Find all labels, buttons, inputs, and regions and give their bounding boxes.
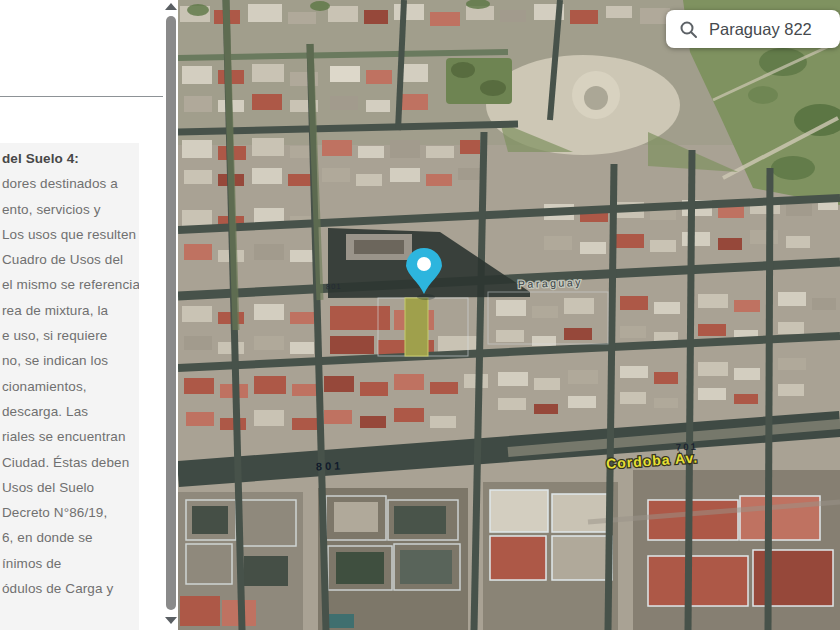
info-line: cionamientos, bbox=[2, 374, 139, 399]
info-line: Ciudad. Éstas deben bbox=[2, 450, 139, 475]
scroll-down-icon[interactable] bbox=[165, 617, 177, 624]
block-number-801-cordoba: 801 bbox=[316, 459, 344, 472]
search-icon bbox=[679, 20, 698, 39]
sidebar: del Suelo 4: dores destinados a ento, se… bbox=[0, 0, 163, 630]
info-line: ódulos de Carga y bbox=[2, 576, 139, 601]
info-line: rea de mixtura, la bbox=[2, 298, 139, 323]
info-line: dores destinados a bbox=[2, 171, 139, 196]
app-window: { "sidebar": { "info_title": "del Suelo … bbox=[0, 0, 840, 630]
land-use-info-panel: del Suelo 4: dores destinados a ento, se… bbox=[0, 143, 139, 630]
block-number-801-paraguay: 801 bbox=[326, 282, 342, 292]
info-line: 6, en donde se bbox=[2, 525, 139, 550]
info-line: descarga. Las bbox=[2, 399, 139, 424]
street-label-paraguay: Paraguay bbox=[518, 276, 583, 290]
search-input[interactable] bbox=[707, 19, 831, 40]
sidebar-scrollbar[interactable] bbox=[163, 0, 178, 630]
info-line: ento, servicios y bbox=[2, 197, 139, 222]
info-line: no, se indican los bbox=[2, 348, 139, 373]
map-canvas[interactable]: Paraguay 801 801 701 Cordoba Av. bbox=[178, 0, 840, 630]
scrollbar-thumb[interactable] bbox=[166, 16, 176, 610]
info-line: ínimos de bbox=[2, 551, 139, 576]
info-line: e uso, si requiere bbox=[2, 323, 139, 348]
info-line: riales se encuentran bbox=[2, 424, 139, 449]
info-line: Cuadro de Usos del bbox=[2, 247, 139, 272]
scroll-up-icon[interactable] bbox=[165, 3, 177, 10]
info-line: Usos del Suelo bbox=[2, 475, 139, 500]
info-panel-title: del Suelo 4: bbox=[2, 146, 139, 171]
search-box[interactable] bbox=[666, 10, 840, 48]
info-line: el mismo se referencia bbox=[2, 272, 139, 297]
info-line: Decreto N°86/19, bbox=[2, 500, 139, 525]
sidebar-divider bbox=[0, 96, 163, 97]
info-line: Los usos que resulten bbox=[2, 222, 139, 247]
